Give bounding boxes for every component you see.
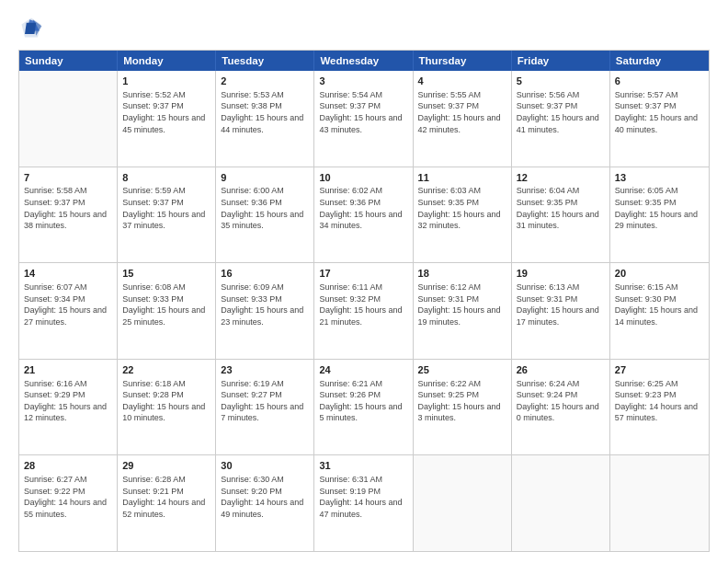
calendar-cell: 19Sunrise: 6:13 AM Sunset: 9:31 PM Dayli… <box>512 263 610 359</box>
calendar-cell <box>19 71 118 167</box>
calendar-body: 1Sunrise: 5:52 AM Sunset: 9:37 PM Daylig… <box>19 71 709 551</box>
calendar-cell: 12Sunrise: 6:04 AM Sunset: 9:35 PM Dayli… <box>512 167 610 263</box>
day-info: Sunrise: 6:30 AM Sunset: 9:20 PM Dayligh… <box>221 474 309 520</box>
calendar-cell: 2Sunrise: 5:53 AM Sunset: 9:38 PM Daylig… <box>216 71 314 167</box>
day-info: Sunrise: 5:58 AM Sunset: 9:37 PM Dayligh… <box>24 185 112 231</box>
calendar-page: SundayMondayTuesdayWednesdayThursdayFrid… <box>0 0 728 563</box>
calendar-cell: 13Sunrise: 6:05 AM Sunset: 9:35 PM Dayli… <box>610 167 709 263</box>
day-number: 6 <box>615 75 704 88</box>
calendar-cell: 5Sunrise: 5:56 AM Sunset: 9:37 PM Daylig… <box>512 71 610 167</box>
svg-marker-3 <box>25 23 36 34</box>
calendar-cell: 22Sunrise: 6:18 AM Sunset: 9:28 PM Dayli… <box>118 360 216 455</box>
calendar-cell: 15Sunrise: 6:08 AM Sunset: 9:33 PM Dayli… <box>118 263 216 359</box>
day-number: 2 <box>221 75 309 88</box>
day-info: Sunrise: 6:11 AM Sunset: 9:32 PM Dayligh… <box>319 282 407 327</box>
day-number: 29 <box>122 459 210 473</box>
day-info: Sunrise: 5:56 AM Sunset: 9:37 PM Dayligh… <box>517 89 605 135</box>
day-number: 5 <box>517 75 605 88</box>
header <box>18 15 710 40</box>
calendar-cell: 4Sunrise: 5:55 AM Sunset: 9:37 PM Daylig… <box>414 71 512 167</box>
calendar-week-3: 14Sunrise: 6:07 AM Sunset: 9:34 PM Dayli… <box>19 263 709 360</box>
calendar-cell: 11Sunrise: 6:03 AM Sunset: 9:35 PM Dayli… <box>414 167 512 263</box>
day-info: Sunrise: 6:28 AM Sunset: 9:21 PM Dayligh… <box>122 474 210 520</box>
calendar-cell: 24Sunrise: 6:21 AM Sunset: 9:26 PM Dayli… <box>314 360 413 455</box>
logo-icon <box>18 15 44 40</box>
calendar-cell: 10Sunrise: 6:02 AM Sunset: 9:36 PM Dayli… <box>314 167 413 263</box>
day-number: 20 <box>615 267 704 281</box>
weekday-header-wednesday: Wednesday <box>314 51 413 71</box>
day-info: Sunrise: 6:00 AM Sunset: 9:36 PM Dayligh… <box>221 185 309 231</box>
day-number: 24 <box>319 363 407 377</box>
day-number: 19 <box>517 267 605 281</box>
day-number: 18 <box>418 267 506 281</box>
calendar-cell: 21Sunrise: 6:16 AM Sunset: 9:29 PM Dayli… <box>19 360 118 455</box>
day-number: 23 <box>221 363 309 377</box>
day-number: 31 <box>319 459 407 473</box>
day-number: 4 <box>418 75 506 88</box>
day-info: Sunrise: 6:02 AM Sunset: 9:36 PM Dayligh… <box>319 185 407 231</box>
calendar-cell: 26Sunrise: 6:24 AM Sunset: 9:24 PM Dayli… <box>512 360 610 455</box>
day-info: Sunrise: 6:19 AM Sunset: 9:27 PM Dayligh… <box>221 378 309 424</box>
calendar-cell: 25Sunrise: 6:22 AM Sunset: 9:25 PM Dayli… <box>414 360 512 455</box>
day-number: 8 <box>122 171 210 185</box>
logo <box>18 15 48 40</box>
calendar-cell: 17Sunrise: 6:11 AM Sunset: 9:32 PM Dayli… <box>314 263 413 359</box>
day-info: Sunrise: 6:07 AM Sunset: 9:34 PM Dayligh… <box>24 282 112 327</box>
day-number: 10 <box>319 171 407 185</box>
day-info: Sunrise: 6:24 AM Sunset: 9:24 PM Dayligh… <box>517 378 605 424</box>
calendar-cell <box>414 455 512 551</box>
day-number: 21 <box>24 363 112 377</box>
weekday-header-sunday: Sunday <box>19 51 118 71</box>
day-info: Sunrise: 6:27 AM Sunset: 9:22 PM Dayligh… <box>24 474 112 520</box>
day-number: 15 <box>122 267 210 281</box>
day-info: Sunrise: 6:15 AM Sunset: 9:30 PM Dayligh… <box>615 282 704 327</box>
calendar-cell: 28Sunrise: 6:27 AM Sunset: 9:22 PM Dayli… <box>19 455 118 551</box>
calendar-cell: 14Sunrise: 6:07 AM Sunset: 9:34 PM Dayli… <box>19 263 118 359</box>
day-info: Sunrise: 6:12 AM Sunset: 9:31 PM Dayligh… <box>418 282 506 327</box>
day-info: Sunrise: 5:55 AM Sunset: 9:37 PM Dayligh… <box>418 89 506 135</box>
day-info: Sunrise: 6:04 AM Sunset: 9:35 PM Dayligh… <box>517 185 605 231</box>
calendar-cell: 29Sunrise: 6:28 AM Sunset: 9:21 PM Dayli… <box>118 455 216 551</box>
day-number: 12 <box>517 171 605 185</box>
calendar-cell <box>610 455 709 551</box>
day-info: Sunrise: 5:57 AM Sunset: 9:37 PM Dayligh… <box>615 89 704 135</box>
calendar-cell: 27Sunrise: 6:25 AM Sunset: 9:23 PM Dayli… <box>610 360 709 455</box>
day-info: Sunrise: 6:13 AM Sunset: 9:31 PM Dayligh… <box>517 282 605 327</box>
calendar-cell: 7Sunrise: 5:58 AM Sunset: 9:37 PM Daylig… <box>19 167 118 263</box>
calendar-week-1: 1Sunrise: 5:52 AM Sunset: 9:37 PM Daylig… <box>19 71 709 167</box>
day-number: 9 <box>221 171 309 185</box>
weekday-header-friday: Friday <box>512 51 610 71</box>
day-number: 1 <box>122 75 210 88</box>
day-number: 11 <box>418 171 506 185</box>
calendar-week-4: 21Sunrise: 6:16 AM Sunset: 9:29 PM Dayli… <box>19 360 709 456</box>
weekday-header-monday: Monday <box>118 51 216 71</box>
calendar-cell: 23Sunrise: 6:19 AM Sunset: 9:27 PM Dayli… <box>216 360 314 455</box>
day-number: 25 <box>418 363 506 377</box>
day-number: 13 <box>615 171 704 185</box>
calendar: SundayMondayTuesdayWednesdayThursdayFrid… <box>18 50 710 552</box>
day-number: 7 <box>24 171 112 185</box>
calendar-header-row: SundayMondayTuesdayWednesdayThursdayFrid… <box>19 51 709 71</box>
day-info: Sunrise: 6:09 AM Sunset: 9:33 PM Dayligh… <box>221 282 309 327</box>
day-info: Sunrise: 6:31 AM Sunset: 9:19 PM Dayligh… <box>319 474 407 520</box>
calendar-cell: 31Sunrise: 6:31 AM Sunset: 9:19 PM Dayli… <box>314 455 413 551</box>
calendar-week-2: 7Sunrise: 5:58 AM Sunset: 9:37 PM Daylig… <box>19 167 709 264</box>
day-info: Sunrise: 6:25 AM Sunset: 9:23 PM Dayligh… <box>615 378 704 424</box>
weekday-header-tuesday: Tuesday <box>216 51 314 71</box>
day-info: Sunrise: 5:54 AM Sunset: 9:37 PM Dayligh… <box>319 89 407 135</box>
calendar-cell: 3Sunrise: 5:54 AM Sunset: 9:37 PM Daylig… <box>314 71 413 167</box>
day-number: 17 <box>319 267 407 281</box>
calendar-cell: 16Sunrise: 6:09 AM Sunset: 9:33 PM Dayli… <box>216 263 314 359</box>
day-info: Sunrise: 5:59 AM Sunset: 9:37 PM Dayligh… <box>122 185 210 231</box>
day-info: Sunrise: 6:05 AM Sunset: 9:35 PM Dayligh… <box>615 185 704 231</box>
calendar-week-5: 28Sunrise: 6:27 AM Sunset: 9:22 PM Dayli… <box>19 455 709 551</box>
day-info: Sunrise: 6:08 AM Sunset: 9:33 PM Dayligh… <box>122 282 210 327</box>
calendar-cell: 6Sunrise: 5:57 AM Sunset: 9:37 PM Daylig… <box>610 71 709 167</box>
calendar-cell: 18Sunrise: 6:12 AM Sunset: 9:31 PM Dayli… <box>414 263 512 359</box>
calendar-cell: 8Sunrise: 5:59 AM Sunset: 9:37 PM Daylig… <box>118 167 216 263</box>
day-number: 30 <box>221 459 309 473</box>
day-number: 26 <box>517 363 605 377</box>
weekday-header-saturday: Saturday <box>610 51 709 71</box>
day-info: Sunrise: 6:03 AM Sunset: 9:35 PM Dayligh… <box>418 185 506 231</box>
day-info: Sunrise: 6:21 AM Sunset: 9:26 PM Dayligh… <box>319 378 407 424</box>
